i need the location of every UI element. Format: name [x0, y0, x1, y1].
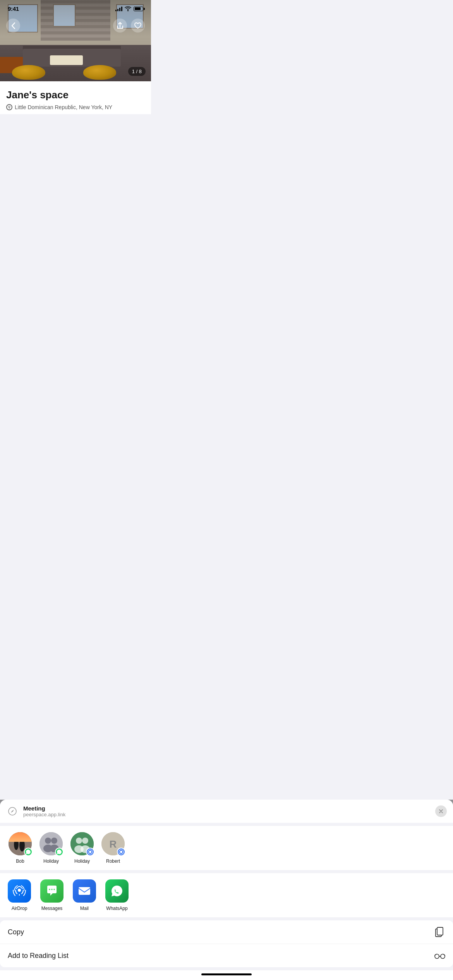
- share-button[interactable]: [113, 19, 127, 33]
- listing-info: Jane's space Little Dominican Republic, …: [0, 81, 151, 114]
- svg-point-0: [127, 10, 129, 11]
- wifi-icon: [125, 6, 131, 11]
- listing-title: Jane's space: [6, 89, 145, 101]
- nav-right-buttons: [113, 19, 145, 33]
- back-button[interactable]: [6, 19, 20, 33]
- svg-point-1: [9, 106, 10, 108]
- status-icons: [115, 6, 143, 11]
- status-time: 9:41: [8, 5, 19, 12]
- listing-location: Little Dominican Republic, New York, NY: [6, 104, 145, 110]
- status-bar: 9:41: [0, 0, 151, 15]
- photo-counter: 1 / 8: [128, 67, 146, 76]
- location-icon: [6, 104, 12, 110]
- favorite-button[interactable]: [131, 19, 145, 33]
- location-text: Little Dominican Republic, New York, NY: [15, 104, 112, 110]
- signal-bars-icon: [115, 7, 122, 11]
- battery-icon: [134, 7, 143, 11]
